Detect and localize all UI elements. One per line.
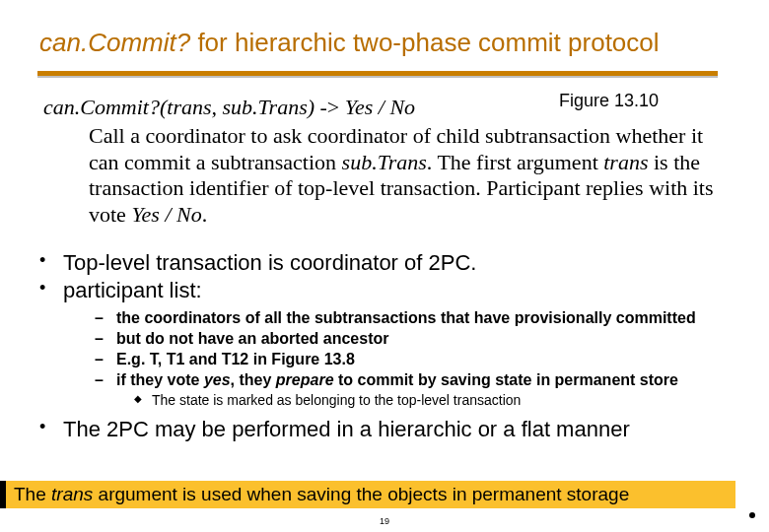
footnote-lead2: argument is used when saving the objects… [93, 484, 629, 504]
sub-sub-bullet-list: The state is marked as belonging to the … [134, 392, 730, 410]
bullet-participant-list: participant list: [35, 278, 730, 303]
def-tail: Yes / No [345, 95, 415, 119]
def-subtrans: sub.Trans [342, 150, 427, 174]
sub-sub-bullet: The state is marked as belonging to the … [134, 392, 730, 410]
sub4-pre: if they vote [116, 371, 204, 388]
def-desc-mid: . The first argument [427, 150, 603, 174]
bullet-list: Top-level transaction is coordinator of … [35, 250, 730, 445]
footnote-trans: trans [51, 484, 93, 504]
definition-signature: can.Commit?(trans, sub.Trans) -> Yes / N… [43, 95, 415, 119]
sub-bullet: E.g. T, T1 and T12 in Figure 13.8 [95, 350, 730, 369]
page-number: 19 [0, 516, 769, 526]
sub4-prepare: prepare [276, 371, 334, 388]
def-yesno: Yes / No [131, 202, 201, 227]
sub4-yes: yes [204, 371, 231, 388]
footnote-lead1: The [14, 484, 51, 504]
definition-description: Call a coordinator to ask coordinator of… [89, 123, 716, 229]
sub4-post: to commit by saving state in permanent s… [334, 371, 678, 388]
sub-bullet-list: the coordinators of all the subtransacti… [95, 308, 730, 410]
def-desc-end: . [202, 202, 208, 227]
def-trans: trans [603, 150, 648, 174]
slide-title: can.Commit? for hierarchic two-phase com… [39, 28, 660, 58]
footnote-bar: The trans argument is used when saving t… [6, 481, 735, 508]
def-args: (trans, sub.Trans) [160, 95, 315, 119]
slide: can.Commit? for hierarchic two-phase com… [0, 0, 769, 532]
title-rest: for hierarchic two-phase commit protocol [190, 28, 659, 57]
sub-bullet: the coordinators of all the subtransacti… [95, 308, 730, 328]
bullet-2pc-manner: The 2PC may be performed in a hierarchic… [35, 417, 730, 442]
title-fn: can.Commit? [39, 28, 190, 57]
sub4-mid: , they [231, 371, 276, 388]
sub-bullet: but do not have an aborted ancestor [95, 329, 730, 349]
def-arrow: -> [315, 95, 345, 119]
definition-block: can.Commit?(trans, sub.Trans) -> Yes / N… [43, 95, 716, 229]
def-fn: can.Commit? [43, 95, 160, 119]
sub-bullet-vote: if they vote yes, they prepare to commit… [95, 370, 730, 390]
bullet-top-level: Top-level transaction is coordinator of … [35, 250, 730, 276]
title-underline [37, 71, 718, 76]
